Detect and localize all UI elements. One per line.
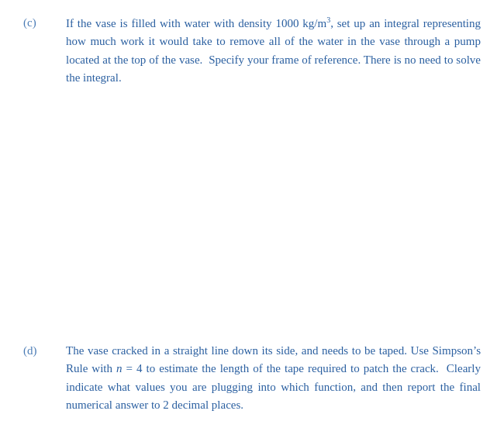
page-wrapper: (c) If the vase is filled with water wit… — [23, 14, 481, 414]
section-d-text: The vase cracked in a straight line down… — [66, 342, 481, 414]
section-c: (c) If the vase is filled with water wit… — [23, 14, 481, 87]
section-d: (d) The vase cracked in a straight line … — [23, 342, 481, 414]
section-c-label: (c) — [23, 14, 66, 32]
section-d-label: (d) — [23, 342, 66, 360]
spacer — [23, 87, 481, 342]
section-c-text: If the vase is filled with water with de… — [66, 14, 481, 87]
